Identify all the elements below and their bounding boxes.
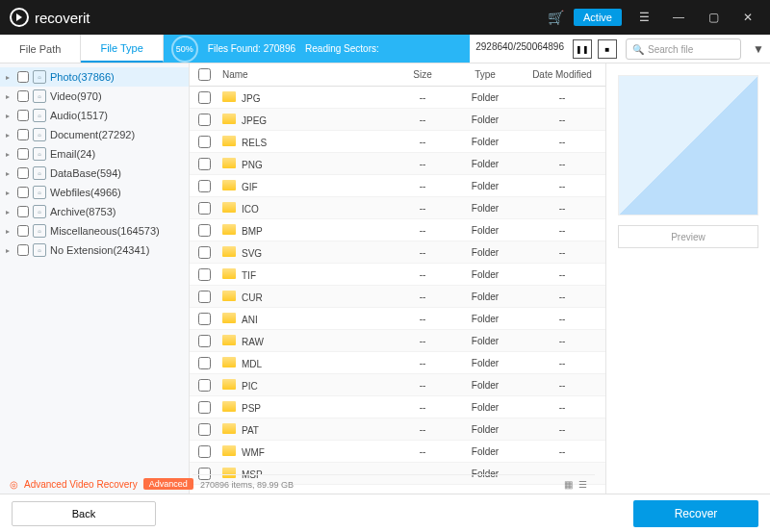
sidebar-item-video[interactable]: ▸ ▫ Video(970) [0, 87, 189, 106]
menu-icon[interactable]: ☰ [631, 5, 656, 30]
sidebar-item-label: Photo(37866) [50, 71, 115, 83]
list-view-icon[interactable]: ☰ [578, 479, 587, 490]
table-row[interactable]: TIF -- Folder -- [190, 264, 605, 286]
list-header: Name Size Type Date Modified [190, 63, 605, 87]
folder-icon [222, 246, 236, 257]
sidebar: ▸ ▫ Photo(37866)▸ ▫ Video(970)▸ ▫ Audio(… [0, 63, 190, 494]
folder-icon [222, 445, 236, 456]
row-checkbox[interactable] [198, 180, 211, 192]
advanced-video-recovery[interactable]: ◎ Advanced Video Recovery Advanced [10, 478, 193, 490]
folder-icon [222, 423, 236, 434]
table-row[interactable]: SVG -- Folder -- [190, 241, 605, 264]
sidebar-checkbox[interactable] [17, 206, 29, 217]
scan-percent: 50% [171, 36, 198, 63]
col-size[interactable]: Size [394, 69, 451, 80]
sidebar-item-no extension[interactable]: ▸ ▫ No Extension(24341) [0, 241, 189, 260]
folder-icon [222, 91, 236, 102]
sidebar-item-document[interactable]: ▸ ▫ Document(27292) [0, 125, 189, 144]
table-row[interactable]: JPEG -- Folder -- [190, 109, 605, 131]
sidebar-checkbox[interactable] [17, 244, 29, 256]
category-icon: ▫ [33, 70, 46, 84]
row-checkbox[interactable] [198, 335, 211, 347]
table-row[interactable]: ANI -- Folder -- [190, 308, 605, 330]
col-type[interactable]: Type [451, 69, 519, 80]
sidebar-checkbox[interactable] [17, 187, 29, 198]
table-row[interactable]: PIC -- Folder -- [190, 374, 605, 396]
row-checkbox[interactable] [198, 401, 211, 414]
chevron-right-icon: ▸ [6, 208, 13, 216]
sidebar-item-archive[interactable]: ▸ ▫ Archive(8753) [0, 202, 189, 221]
category-icon: ▫ [33, 205, 46, 218]
sidebar-checkbox[interactable] [17, 148, 29, 160]
table-row[interactable]: RAW -- Folder -- [190, 330, 605, 352]
table-row[interactable]: CUR -- Folder -- [190, 286, 605, 308]
sidebar-checkbox[interactable] [17, 71, 29, 83]
table-row[interactable]: ICO -- Folder -- [190, 197, 605, 219]
table-row[interactable]: BMP -- Folder -- [190, 219, 605, 241]
sidebar-item-label: No Extension(24341) [50, 244, 149, 256]
sidebar-item-miscellaneous[interactable]: ▸ ▫ Miscellaneous(164573) [0, 221, 189, 241]
recover-button[interactable]: Recover [633, 500, 758, 527]
sidebar-checkbox[interactable] [17, 110, 29, 121]
active-button[interactable]: Active [574, 9, 622, 26]
row-checkbox[interactable] [198, 445, 211, 458]
select-all-checkbox[interactable] [198, 68, 211, 81]
preview-thumbnail [618, 75, 758, 215]
sidebar-item-email[interactable]: ▸ ▫ Email(24) [0, 144, 189, 164]
col-date[interactable]: Date Modified [519, 69, 605, 80]
table-row[interactable]: WMF -- Folder -- [190, 441, 605, 463]
row-checkbox[interactable] [198, 313, 211, 325]
back-button[interactable]: Back [12, 501, 156, 526]
row-checkbox[interactable] [198, 91, 211, 104]
pause-button[interactable]: ❚❚ [573, 39, 592, 59]
sidebar-item-webfiles[interactable]: ▸ ▫ Webfiles(4966) [0, 183, 189, 202]
row-checkbox[interactable] [198, 224, 211, 237]
table-row[interactable]: PAT -- Folder -- [190, 418, 605, 441]
table-row[interactable]: RELS -- Folder -- [190, 131, 605, 153]
sidebar-checkbox[interactable] [17, 225, 29, 237]
sidebar-item-database[interactable]: ▸ ▫ DataBase(594) [0, 164, 189, 183]
table-row[interactable]: PNG -- Folder -- [190, 153, 605, 175]
row-checkbox[interactable] [198, 114, 211, 126]
row-checkbox[interactable] [198, 379, 211, 392]
minimize-button[interactable]: — [666, 5, 691, 30]
row-checkbox[interactable] [198, 357, 211, 369]
sidebar-checkbox[interactable] [17, 90, 29, 102]
row-checkbox[interactable] [198, 291, 211, 303]
col-name[interactable]: Name [218, 69, 394, 80]
row-checkbox[interactable] [198, 423, 211, 436]
preview-pane: Preview [606, 63, 770, 494]
chevron-right-icon: ▸ [6, 169, 13, 178]
filter-button[interactable]: ▼ [747, 35, 770, 63]
cart-icon[interactable]: 🛒 [548, 10, 564, 25]
row-checkbox[interactable] [198, 246, 211, 259]
row-checkbox[interactable] [198, 268, 211, 281]
sidebar-checkbox[interactable] [17, 129, 29, 140]
chevron-right-icon: ▸ [6, 131, 13, 139]
preview-button[interactable]: Preview [618, 225, 758, 248]
sidebar-item-audio[interactable]: ▸ ▫ Audio(1517) [0, 106, 189, 125]
tab-file-path[interactable]: File Path [0, 35, 81, 63]
table-row[interactable]: PSP -- Folder -- [190, 396, 605, 418]
tab-file-type[interactable]: File Type [81, 35, 163, 63]
sidebar-checkbox[interactable] [17, 167, 29, 179]
table-row[interactable]: MDL -- Folder -- [190, 352, 605, 374]
search-input[interactable]: 🔍 Search file [626, 38, 741, 60]
folder-icon [222, 335, 236, 345]
table-row[interactable]: JPG -- Folder -- [190, 87, 605, 109]
row-checkbox[interactable] [198, 158, 211, 170]
maximize-button[interactable]: ▢ [701, 5, 726, 30]
folder-icon [222, 158, 236, 168]
row-checkbox[interactable] [198, 202, 211, 215]
table-row[interactable]: GIF -- Folder -- [190, 175, 605, 197]
close-button[interactable]: ✕ [735, 5, 760, 30]
folder-icon [222, 202, 236, 213]
chevron-right-icon: ▸ [6, 246, 13, 255]
row-checkbox[interactable] [198, 136, 211, 148]
sidebar-item-photo[interactable]: ▸ ▫ Photo(37866) [0, 67, 189, 87]
logo-icon [10, 8, 29, 27]
grid-view-icon[interactable]: ▦ [564, 479, 573, 490]
stop-button[interactable]: ■ [598, 39, 617, 59]
folder-icon [222, 357, 236, 367]
folder-icon [222, 268, 236, 279]
